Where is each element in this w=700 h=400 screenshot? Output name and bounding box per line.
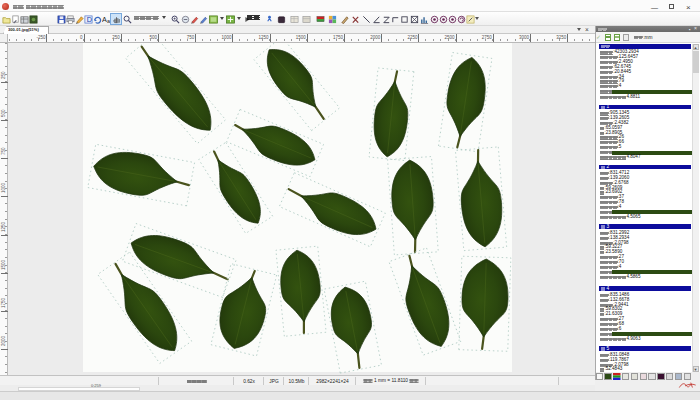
svg-text:D: D (87, 15, 92, 24)
